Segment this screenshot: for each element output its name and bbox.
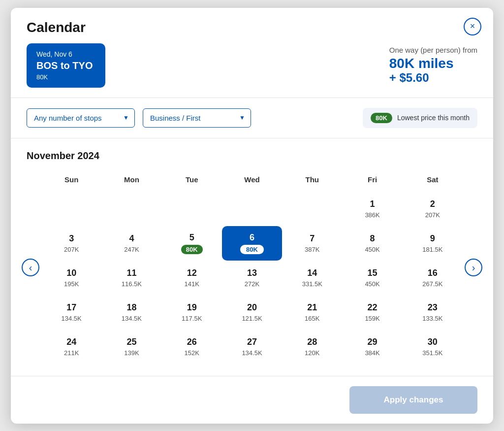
cal-price: 207K bbox=[64, 246, 79, 253]
cal-price: 141K bbox=[185, 280, 199, 288]
cal-price: 450K bbox=[365, 280, 379, 288]
cal-date: 17 bbox=[66, 302, 76, 313]
cal-price: 386K bbox=[365, 211, 379, 219]
cal-date: 10 bbox=[66, 268, 76, 278]
table-row[interactable]: 4247K bbox=[101, 226, 161, 261]
cal-date: 18 bbox=[126, 302, 136, 313]
cal-price: 211K bbox=[64, 349, 79, 357]
table-row bbox=[222, 192, 282, 226]
day-thu: Thu bbox=[282, 171, 342, 188]
table-row[interactable]: 14331.5K bbox=[282, 261, 342, 295]
close-button[interactable]: × bbox=[464, 18, 481, 35]
price-cash: + $5.60 bbox=[389, 71, 477, 85]
cal-date: 28 bbox=[307, 337, 317, 347]
table-row bbox=[41, 192, 101, 226]
cal-price: 351.5K bbox=[422, 349, 442, 357]
calendar-modal: Calendar × Wed, Nov 6 BOS to TYO 80K One… bbox=[11, 8, 493, 424]
day-wed: Wed bbox=[222, 171, 282, 188]
table-row[interactable]: 15450K bbox=[342, 261, 402, 295]
table-row[interactable]: 17134.5K bbox=[41, 295, 101, 330]
cal-date: 22 bbox=[368, 302, 378, 313]
price-info: One way (per person) from 80K miles + $5… bbox=[389, 46, 477, 85]
cal-price: 121.5K bbox=[242, 315, 262, 322]
table-row[interactable]: 22159K bbox=[342, 295, 402, 330]
table-row[interactable]: 680K bbox=[222, 226, 282, 261]
flight-date: Wed, Nov 6 bbox=[36, 50, 95, 58]
cabin-dropdown[interactable]: Business / First Economy Premium Economy bbox=[143, 108, 251, 128]
cal-price: 134.5K bbox=[62, 315, 82, 322]
apply-changes-button[interactable]: Apply changes bbox=[349, 386, 477, 414]
table-row[interactable]: 580K bbox=[162, 226, 222, 261]
cal-price: 387K bbox=[305, 246, 319, 253]
cal-date: 19 bbox=[187, 302, 197, 313]
next-month-button[interactable]: › bbox=[465, 259, 482, 276]
table-row[interactable]: 24211K bbox=[41, 330, 101, 364]
table-row[interactable]: 29384K bbox=[342, 330, 402, 364]
table-row[interactable]: 23133.5K bbox=[403, 295, 463, 330]
table-row[interactable]: 21165K bbox=[282, 295, 342, 330]
table-row[interactable]: 3207K bbox=[41, 226, 101, 261]
cal-date: 24 bbox=[66, 337, 76, 347]
cal-date: 5 bbox=[189, 232, 194, 243]
table-row[interactable]: 1386K bbox=[342, 192, 402, 226]
table-row[interactable]: 12141K bbox=[162, 261, 222, 295]
cal-date: 20 bbox=[247, 302, 257, 313]
table-row[interactable]: 25139K bbox=[101, 330, 161, 364]
cal-price: 195K bbox=[64, 280, 79, 288]
cal-price: 272K bbox=[245, 280, 259, 288]
modal-header: Calendar × Wed, Nov 6 BOS to TYO 80K One… bbox=[11, 8, 493, 98]
table-row[interactable]: 18134.5K bbox=[101, 295, 161, 330]
cal-price: 165K bbox=[305, 315, 319, 322]
table-row[interactable]: 30351.5K bbox=[403, 330, 463, 364]
cal-price: 133.5K bbox=[422, 315, 442, 322]
cal-price: 450K bbox=[365, 246, 379, 253]
table-row[interactable]: 20121.5K bbox=[222, 295, 282, 330]
cal-date: 14 bbox=[307, 268, 317, 278]
cal-date: 23 bbox=[428, 302, 438, 313]
cal-price: 152K bbox=[185, 349, 199, 357]
cal-date: 27 bbox=[247, 337, 257, 347]
table-row[interactable]: 13272K bbox=[222, 261, 282, 295]
cal-date: 11 bbox=[126, 268, 136, 278]
cal-date: 4 bbox=[129, 233, 134, 244]
cal-date: 29 bbox=[368, 337, 378, 347]
table-row[interactable]: 26152K bbox=[162, 330, 222, 364]
table-row[interactable]: 16267.5K bbox=[403, 261, 463, 295]
cal-price: 207K bbox=[425, 211, 440, 219]
price-from-label: One way (per person) from bbox=[389, 46, 477, 54]
flight-route: BOS to TYO bbox=[36, 60, 95, 71]
table-row[interactable]: 2207K bbox=[403, 192, 463, 226]
table-row[interactable]: 27134.5K bbox=[222, 330, 282, 364]
table-row[interactable]: 19117.5K bbox=[162, 295, 222, 330]
cal-date: 25 bbox=[126, 337, 136, 347]
cal-date: 3 bbox=[69, 233, 74, 244]
calendar-wrapper: ‹ Sun Mon Tue Wed Thu Fri Sat 1386K2207K… bbox=[27, 171, 477, 364]
cabin-dropdown-wrapper: Business / First Economy Premium Economy… bbox=[143, 108, 251, 128]
table-row[interactable]: 28120K bbox=[282, 330, 342, 364]
table-row[interactable]: 7387K bbox=[282, 226, 342, 261]
calendar-grid: Sun Mon Tue Wed Thu Fri Sat 1386K2207K32… bbox=[41, 171, 463, 364]
table-row[interactable]: 11116.5K bbox=[101, 261, 161, 295]
prev-month-button[interactable]: ‹ bbox=[22, 259, 39, 276]
flight-card: Wed, Nov 6 BOS to TYO 80K bbox=[27, 43, 105, 88]
cal-date: 7 bbox=[310, 233, 315, 244]
cal-price: 139K bbox=[124, 349, 139, 357]
stops-dropdown[interactable]: Any number of stops Nonstop only 1 stop … bbox=[27, 108, 135, 128]
cal-date: 13 bbox=[247, 268, 257, 278]
table-row[interactable]: 8450K bbox=[342, 226, 402, 261]
cal-price: 134.5K bbox=[122, 315, 142, 322]
table-row bbox=[282, 192, 342, 226]
table-row[interactable]: 9181.5K bbox=[403, 226, 463, 261]
cal-date: 12 bbox=[187, 268, 197, 278]
table-row bbox=[162, 192, 222, 226]
table-row[interactable]: 10195K bbox=[41, 261, 101, 295]
cal-date: 30 bbox=[428, 337, 438, 347]
lowest-price-badge: 80K Lowest price this month bbox=[363, 108, 477, 128]
cal-price: 80K bbox=[240, 245, 264, 254]
cal-date: 2 bbox=[430, 199, 435, 209]
cal-date: 21 bbox=[307, 302, 317, 313]
day-sun: Sun bbox=[41, 171, 101, 188]
cal-price: 134.5K bbox=[242, 349, 262, 357]
cal-date: 8 bbox=[370, 233, 375, 244]
cal-price: 181.5K bbox=[422, 246, 442, 253]
